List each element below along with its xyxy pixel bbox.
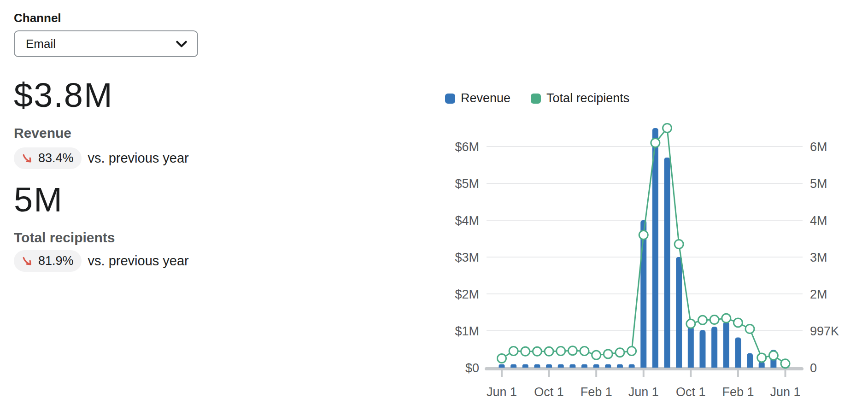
left-axis-tick-label: $2M xyxy=(455,287,479,301)
recipients-metric-value: 5M xyxy=(14,183,272,217)
x-axis-tick xyxy=(595,367,597,377)
legend-label-revenue: Revenue xyxy=(461,91,510,105)
revenue-bar xyxy=(711,327,717,368)
recipients-point xyxy=(698,316,707,324)
recipients-point xyxy=(592,351,601,359)
revenue-bar xyxy=(546,364,552,368)
recipients-point xyxy=(557,347,565,356)
recipients-point xyxy=(616,348,624,357)
channel-select[interactable]: Email xyxy=(14,30,198,57)
channel-select-value: Email xyxy=(26,37,56,51)
recipients-point xyxy=(781,359,790,368)
revenue-bar xyxy=(676,257,682,368)
legend-item-recipients: Total recipients xyxy=(531,91,629,105)
x-axis-tick xyxy=(548,367,550,377)
x-axis-tick-label: Feb 1 xyxy=(581,385,612,399)
left-axis-tick-label: $4M xyxy=(455,214,479,228)
x-axis-tick xyxy=(643,367,645,377)
revenue-bar xyxy=(664,158,670,368)
revenue-bar xyxy=(723,322,729,368)
revenue-bar xyxy=(534,364,540,368)
right-axis-tick-label: 6M xyxy=(810,140,827,154)
revenue-bar xyxy=(499,364,505,368)
recipients-change-badge: 81.9% xyxy=(14,250,82,272)
recipients-point xyxy=(769,351,778,360)
legend-label-recipients: Total recipients xyxy=(546,91,629,105)
recipients-point xyxy=(580,347,589,356)
revenue-bar xyxy=(605,364,611,368)
recipients-point xyxy=(745,325,754,334)
x-axis-tick-label: Jun 1 xyxy=(628,385,659,399)
recipients-change-value: 81.9% xyxy=(38,254,74,268)
chevron-down-icon xyxy=(176,41,187,47)
revenue-bar xyxy=(510,364,516,368)
revenue-change-row: 83.4% vs. previous year xyxy=(14,147,272,169)
revenue-metric: $3.8M Revenue 83.4% vs. previous year 5M… xyxy=(14,78,272,272)
recipients-point xyxy=(509,347,518,356)
summary-panel: Channel Email $3.8M Revenue 83.4% vs. pr… xyxy=(14,11,272,272)
revenue-bar xyxy=(747,353,753,368)
revenue-metric-label: Revenue xyxy=(14,125,272,141)
recipients-metric-label: Total recipients xyxy=(14,230,272,246)
recipients-point xyxy=(710,316,719,324)
revenue-bar xyxy=(735,337,741,368)
revenue-swatch xyxy=(445,94,455,104)
recipients-point xyxy=(663,124,672,133)
recipients-swatch xyxy=(531,94,541,104)
left-axis-tick-label: $6M xyxy=(455,140,479,154)
revenue-bar xyxy=(593,364,599,368)
marketing-report-panel: Channel Email $3.8M Revenue 83.4% vs. pr… xyxy=(0,0,868,410)
revenue-bar xyxy=(629,364,635,368)
recipients-point xyxy=(498,354,506,363)
x-axis-tick xyxy=(501,367,503,377)
trend-down-icon xyxy=(22,255,34,267)
recipients-change-row: 81.9% vs. previous year xyxy=(14,250,272,272)
chart-legend: Revenue Total recipients xyxy=(445,91,629,105)
recipients-point xyxy=(604,350,612,358)
recipients-point xyxy=(628,347,636,356)
right-axis-tick-label: 3M xyxy=(810,251,827,264)
trend-down-icon xyxy=(22,152,34,164)
revenue-bar xyxy=(688,326,694,368)
x-axis-tick xyxy=(690,367,692,377)
revenue-recipients-combo-chart: $0$1M$2M$3M$4M$5M$6M0997K2M3M4M5M6MJun 1… xyxy=(438,115,868,410)
recipients-point xyxy=(757,353,766,362)
revenue-comparison-text: vs. previous year xyxy=(88,151,189,166)
revenue-bar xyxy=(522,364,528,368)
recipients-point xyxy=(639,231,648,240)
recipients-point xyxy=(533,347,541,356)
recipients-point xyxy=(674,240,683,249)
revenue-bar xyxy=(569,364,575,368)
recipients-point xyxy=(545,347,553,356)
x-axis-tick-label: Oct 1 xyxy=(534,385,564,399)
x-axis-tick-label: Jun 1 xyxy=(487,385,517,399)
revenue-change-badge: 83.4% xyxy=(14,147,82,169)
recipients-point xyxy=(686,319,695,328)
left-axis-tick-label: $3M xyxy=(455,251,479,264)
x-axis-tick-label: Oct 1 xyxy=(676,385,706,399)
right-axis-tick-label: 2M xyxy=(810,287,827,301)
x-axis-tick-label: Jun 1 xyxy=(770,385,800,399)
recipients-point xyxy=(521,347,530,356)
recipients-comparison-text: vs. previous year xyxy=(88,253,189,269)
right-axis-tick-label: 997K xyxy=(810,324,839,338)
revenue-bar xyxy=(617,364,623,368)
left-axis-tick-label: $0 xyxy=(465,361,479,375)
left-axis-tick-label: $1M xyxy=(455,324,479,338)
right-axis-tick-label: 0 xyxy=(810,361,817,375)
revenue-bar xyxy=(699,330,705,368)
legend-item-revenue: Revenue xyxy=(445,91,510,105)
recipients-point xyxy=(651,139,660,147)
revenue-bar xyxy=(558,364,564,368)
revenue-change-value: 83.4% xyxy=(38,151,74,165)
channel-label: Channel xyxy=(14,11,272,25)
revenue-bar xyxy=(581,364,587,368)
x-axis-tick-label: Feb 1 xyxy=(722,385,754,399)
revenue-metric-value: $3.8M xyxy=(14,78,272,112)
recipients-point xyxy=(568,346,577,355)
left-axis-tick-label: $5M xyxy=(455,177,479,191)
x-axis-tick xyxy=(737,367,739,377)
revenue-bar xyxy=(640,220,646,368)
right-axis-tick-label: 4M xyxy=(810,214,827,228)
right-axis-tick-label: 5M xyxy=(810,177,827,191)
